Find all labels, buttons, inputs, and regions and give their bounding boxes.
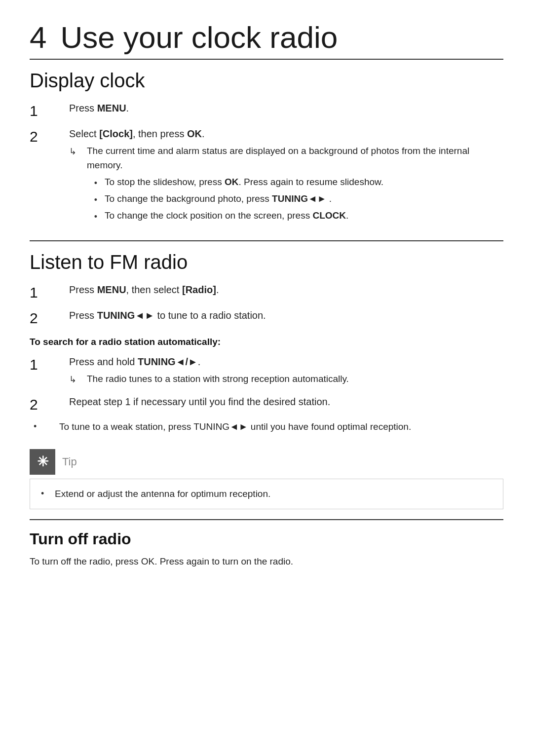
bullet3-cmd: CLOCK: [312, 210, 346, 221]
weak-bullet-text: To tune to a weak station, press TUNING◄…: [59, 420, 411, 434]
step2-suffix2: .: [202, 128, 205, 139]
page-title: 4 Use your clock radio: [30, 20, 503, 55]
bullet-item-3: • To change the clock position on the sc…: [87, 209, 503, 224]
auto-step1-sub: ↳ The radio tunes to a station with stro…: [69, 372, 503, 386]
auto-search-title: To search for a radio station automatica…: [30, 337, 503, 347]
step1-prefix: Press: [69, 103, 97, 113]
tip-bullet-text: Extend or adjust the antenna for optimum…: [55, 487, 270, 501]
section-divider-3: [30, 519, 503, 520]
tip-header: ✳ Tip: [30, 449, 503, 475]
weak-bullet-sym: •: [30, 420, 59, 432]
tip-icon: ✳: [30, 449, 55, 475]
bullet-text-3: To change the clock position on the scre…: [105, 209, 348, 223]
fm-step2-cmd: TUNING◄►: [97, 310, 154, 321]
fm-step1-content: Press MENU, then select [Radio].: [69, 282, 503, 297]
auto-arrow-text: The radio tunes to a station with strong…: [87, 372, 349, 386]
tip-section: ✳ Tip • Extend or adjust the antenna for…: [30, 449, 503, 510]
tip-icon-symbol: ✳: [37, 454, 48, 470]
bullet-text-2: To change the background photo, press TU…: [105, 192, 332, 206]
fm-step2-number: 2: [30, 308, 69, 329]
auto-search-subsection: To search for a radio station automatica…: [30, 337, 503, 434]
tip-bullet-item: • Extend or adjust the antenna for optim…: [41, 487, 492, 501]
turn-off-header: Turn off radio: [30, 530, 503, 548]
bullet-item-1: • To stop the slideshow, press OK. Press…: [87, 175, 503, 190]
step2-mid: , then press: [133, 128, 187, 139]
auto-arrow-sym: ↳: [69, 372, 87, 386]
fm-step1-cmd1: MENU: [97, 284, 126, 295]
display-clock-header: Display clock: [30, 70, 503, 92]
step2-content: Select [Clock], then press OK. ↳ The cur…: [69, 126, 503, 226]
display-clock-step1: 1 Press MENU.: [30, 101, 503, 121]
turn-off-cmd1: OK: [141, 556, 154, 567]
weak-cmd: TUNING◄►: [193, 421, 248, 432]
auto-step1-cmd: TUNING◄/►: [138, 356, 198, 367]
step2-cmd1: [Clock]: [99, 128, 133, 139]
auto-step2-content: Repeat step 1 if necessary until you fin…: [69, 394, 503, 409]
auto-arrow-item: ↳ The radio tunes to a station with stro…: [69, 372, 503, 386]
auto-step2-num: 2: [30, 394, 69, 415]
section-divider-2: [30, 240, 503, 241]
display-clock-section: Display clock 1 Press MENU. 2 Select [Cl…: [30, 70, 503, 226]
tip-content-box: • Extend or adjust the antenna for optim…: [30, 479, 503, 510]
bullet-sym-3: •: [87, 209, 105, 224]
bullet-item-2: • To change the background photo, press …: [87, 192, 503, 207]
auto-step2-row: 2 Repeat step 1 if necessary until you f…: [30, 394, 503, 415]
bullet-sym-2: •: [87, 192, 105, 207]
listen-fm-section: Listen to FM radio 1 Press MENU, then se…: [30, 251, 503, 434]
step1-suffix: .: [126, 103, 129, 113]
chapter-title: Use your clock radio: [60, 20, 338, 55]
turn-off-text: To turn off the radio, press OK. Press a…: [30, 554, 503, 569]
fm-step2-content: Press TUNING◄► to tune to a radio statio…: [69, 308, 503, 323]
step1-content: Press MENU.: [69, 101, 503, 115]
step1-number: 1: [30, 101, 69, 121]
step2-number: 2: [30, 126, 69, 147]
auto-step1-content: Press and hold TUNING◄/►. ↳ The radio tu…: [69, 354, 503, 389]
turn-off-section: Turn off radio To turn off the radio, pr…: [30, 530, 503, 569]
bullet1-cmd: OK: [225, 177, 239, 187]
bullet-text-1: To stop the slideshow, press OK. Press a…: [105, 175, 383, 189]
step1-command: MENU: [97, 103, 126, 113]
auto-step2-text: Repeat step 1 if necessary until you fin…: [69, 396, 330, 407]
step2-prefix: Select: [69, 128, 99, 139]
listen-fm-step1: 1 Press MENU, then select [Radio].: [30, 282, 503, 303]
fm-step1-number: 1: [30, 282, 69, 303]
arrow-symbol-1: ↳: [69, 144, 87, 158]
tip-bullet-sym: •: [41, 487, 55, 499]
arrow-text-1: The current time and alarm status are di…: [87, 144, 503, 172]
chapter-number: 4: [30, 20, 46, 55]
bullet-sym-1: •: [87, 175, 105, 190]
step2-cmd2: OK: [187, 128, 202, 139]
tip-label: Tip: [62, 455, 77, 468]
listen-fm-header: Listen to FM radio: [30, 251, 503, 273]
weak-station-bullet: • To tune to a weak station, press TUNIN…: [30, 420, 503, 434]
display-clock-sub-items: ↳ The current time and alarm status are …: [69, 144, 503, 224]
display-clock-step2: 2 Select [Clock], then press OK. ↳ The c…: [30, 126, 503, 226]
bullet2-cmd: TUNING◄►: [272, 193, 326, 204]
title-divider: [30, 59, 503, 60]
arrow-item-1: ↳ The current time and alarm status are …: [69, 144, 503, 172]
auto-step1-num: 1: [30, 354, 69, 375]
auto-step1-row: 1 Press and hold TUNING◄/►. ↳ The radio …: [30, 354, 503, 389]
fm-step1-cmd2: [Radio]: [182, 284, 216, 295]
listen-fm-step2: 2 Press TUNING◄► to tune to a radio stat…: [30, 308, 503, 329]
